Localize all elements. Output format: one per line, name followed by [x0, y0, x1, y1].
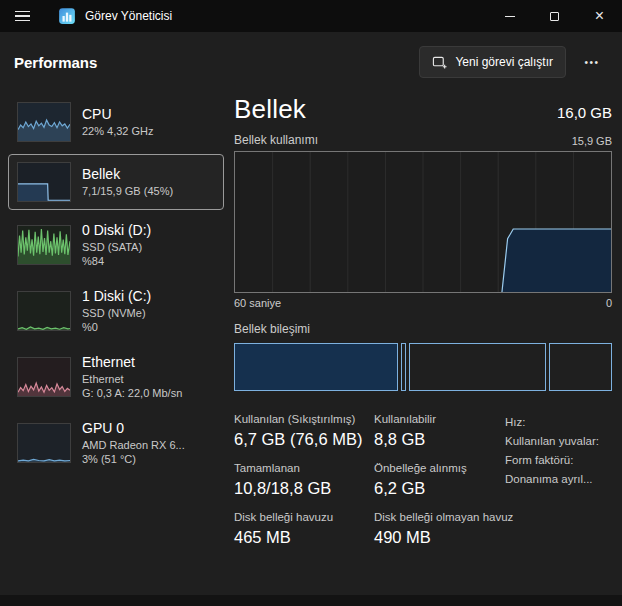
- memory-usage-graph-svg: [235, 152, 611, 292]
- content: CPU 22% 4,32 GHz Bellek 7,1/15,9 GB (45%…: [0, 86, 622, 595]
- performance-sidebar: CPU 22% 4,32 GHz Bellek 7,1/15,9 GB (45%…: [8, 88, 224, 595]
- more-options-button[interactable]: •••: [574, 46, 610, 78]
- sidebar-item-ethernet[interactable]: Ethernet Ethernet G: 0,3 A: 22,0 Mb/sn: [8, 346, 224, 408]
- run-new-task-button[interactable]: Yeni görevi çalıştır: [419, 46, 566, 78]
- hamburger-menu-button[interactable]: [0, 0, 44, 32]
- minimize-button[interactable]: [487, 0, 532, 32]
- stat-label: Önbelleğe alınmış: [374, 462, 499, 474]
- sidebar-item-detail: AMD Radeon RX 6...: [82, 438, 185, 452]
- disk1-mini-graph: [17, 291, 71, 331]
- sidebar-item-detail: Ethernet: [82, 372, 182, 386]
- close-button[interactable]: ×: [577, 0, 622, 32]
- stat-label: Disk belleği olmayan havuz: [374, 511, 499, 523]
- titlebar: Görev Yöneticisi ×: [0, 0, 622, 32]
- segment-free: [549, 343, 611, 391]
- minimize-icon: [505, 16, 515, 17]
- memory-mini-graph: [17, 162, 71, 202]
- sidebar-item-title: 1 Diski (C:): [82, 288, 151, 305]
- maximize-icon: [550, 12, 559, 21]
- segment-in-use: [234, 343, 398, 391]
- stat-label: Tamamlanan: [234, 462, 374, 474]
- memory-stats: Kullanılan (Sıkıştırılmış) 6,7 GB (76,6 …: [234, 413, 612, 547]
- memory-detail-panel: Bellek 16,0 GB Bellek kullanımı 15,9 GB …: [224, 88, 612, 595]
- usage-chart-label: Bellek kullanımı: [234, 133, 318, 147]
- window-bottom-edge: [0, 595, 622, 606]
- close-icon: ×: [595, 8, 604, 24]
- sidebar-item-detail2: 3% (51 °C): [82, 452, 185, 466]
- sidebar-item-detail: SSD (SATA): [82, 240, 151, 254]
- stat-paged-pool: Disk belleği havuzu 465 MB: [234, 511, 374, 547]
- sidebar-item-detail2: %84: [82, 254, 151, 268]
- stat-value: 10,8/18,8 GB: [234, 479, 374, 498]
- stat-label: Disk belleği havuzu: [234, 511, 374, 523]
- hw-label-speed: Hız:: [505, 413, 611, 432]
- panel-title: Bellek: [234, 94, 306, 125]
- stat-cached: Önbelleğe alınmış 6,2 GB: [374, 462, 499, 498]
- stat-value: 6,2 GB: [374, 479, 499, 498]
- sidebar-item-disk0[interactable]: 0 Diski (D:) SSD (SATA) %84: [8, 214, 224, 276]
- sidebar-item-title: CPU: [82, 106, 154, 123]
- sidebar-item-title: 0 Diski (D:): [82, 222, 151, 239]
- ethernet-mini-graph: [17, 357, 71, 397]
- sidebar-item-detail: 22% 4,32 GHz: [82, 124, 154, 138]
- composition-label: Bellek bileşimi: [234, 322, 612, 336]
- stat-label: Kullanılabilir: [374, 413, 499, 425]
- total-memory-value: 16,0 GB: [557, 104, 612, 125]
- gpu-mini-graph: [17, 423, 71, 463]
- segment-modified: [401, 343, 406, 391]
- hardware-info-labels: Hız: Kullanılan yuvalar: Form faktörü: D…: [505, 413, 611, 489]
- memory-composition-bar: [234, 343, 612, 391]
- sidebar-item-detail2: G: 0,3 A: 22,0 Mb/sn: [82, 386, 182, 400]
- hw-label-slots-used: Kullanılan yuvalar:: [505, 432, 611, 451]
- stat-in-use: Kullanılan (Sıkıştırılmış) 6,7 GB (76,6 …: [234, 413, 374, 449]
- task-manager-app-icon: [58, 7, 76, 25]
- cpu-mini-graph: [17, 102, 71, 142]
- sidebar-item-cpu[interactable]: CPU 22% 4,32 GHz: [8, 94, 224, 150]
- stat-non-paged-pool: Disk belleği olmayan havuz 490 MB: [374, 511, 499, 547]
- hw-label-form-factor: Form faktörü:: [505, 451, 611, 470]
- segment-standby: [409, 343, 546, 391]
- time-axis-right: 0: [606, 297, 612, 309]
- hamburger-icon: [15, 11, 30, 13]
- sidebar-item-memory[interactable]: Bellek 7,1/15,9 GB (45%): [8, 154, 224, 210]
- maximize-button[interactable]: [532, 0, 577, 32]
- stat-value: 8,8 GB: [374, 430, 499, 449]
- hw-label-hardware-reserved: Donanıma ayrıl...: [505, 470, 611, 489]
- sidebar-item-title: Ethernet: [82, 354, 182, 371]
- run-new-task-label: Yeni görevi çalıştır: [455, 55, 553, 69]
- page-title: Performans: [14, 54, 97, 71]
- page-header: Performans Yeni görevi çalıştır •••: [0, 32, 622, 86]
- stat-value: 465 MB: [234, 528, 374, 547]
- time-axis-left: 60 saniye: [234, 297, 281, 309]
- disk0-mini-graph: [17, 225, 71, 265]
- stat-label: Kullanılan (Sıkıştırılmış): [234, 413, 374, 425]
- sidebar-item-detail2: %0: [82, 320, 151, 334]
- stat-value: 6,7 GB (76,6 MB): [234, 430, 374, 449]
- stat-committed: Tamamlanan 10,8/18,8 GB: [234, 462, 374, 498]
- window-title: Görev Yöneticisi: [85, 9, 172, 23]
- task-manager-window: Görev Yöneticisi × Performans Yeni görev…: [0, 0, 622, 606]
- stat-available: Kullanılabilir 8,8 GB: [374, 413, 499, 449]
- sidebar-item-title: GPU 0: [82, 420, 185, 437]
- sidebar-item-gpu[interactable]: GPU 0 AMD Radeon RX 6... 3% (51 °C): [8, 412, 224, 474]
- more-options-icon: •••: [584, 57, 599, 68]
- run-new-task-icon: [432, 55, 447, 70]
- usage-chart-max: 15,9 GB: [572, 135, 612, 147]
- stat-value: 490 MB: [374, 528, 499, 547]
- sidebar-item-title: Bellek: [82, 166, 173, 183]
- sidebar-item-detail: 7,1/15,9 GB (45%): [82, 184, 173, 198]
- sidebar-item-disk1[interactable]: 1 Diski (C:) SSD (NVMe) %0: [8, 280, 224, 342]
- sidebar-item-detail: SSD (NVMe): [82, 306, 151, 320]
- memory-usage-graph: [234, 151, 612, 293]
